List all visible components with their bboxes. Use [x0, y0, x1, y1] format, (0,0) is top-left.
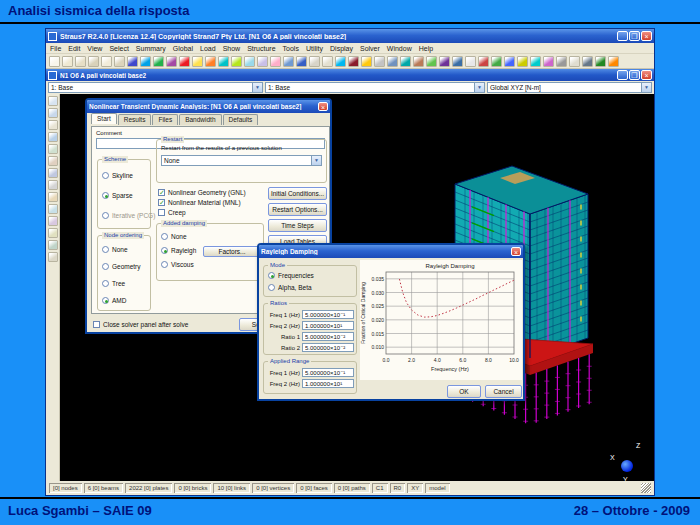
- ratio-1-field[interactable]: [302, 332, 354, 341]
- toolbar-icon[interactable]: [283, 56, 294, 67]
- toolbar-icon[interactable]: [543, 56, 554, 67]
- app-titlebar[interactable]: Straus7 R2.4.0 [Licenza 12.4] Copyright …: [46, 29, 654, 43]
- side-toolbar-icon[interactable]: [48, 180, 58, 190]
- toolbar-icon[interactable]: [478, 56, 489, 67]
- close-panel-check-row[interactable]: Close solver panel after solve: [93, 321, 188, 328]
- toolbar-icon[interactable]: [413, 56, 424, 67]
- side-toolbar-icon[interactable]: [48, 204, 58, 214]
- rayleigh-dialog-titlebar[interactable]: Rayleigh Damping ×: [259, 245, 523, 258]
- rayleigh-close-icon[interactable]: ×: [511, 247, 521, 256]
- toolbar-icon[interactable]: [231, 56, 242, 67]
- menu-select[interactable]: Select: [109, 45, 128, 52]
- radio-skyline[interactable]: Skyline: [102, 172, 133, 179]
- radio-icon[interactable]: [102, 212, 109, 219]
- menu-utility[interactable]: Utility: [306, 45, 323, 52]
- toolbar-icon[interactable]: [296, 56, 307, 67]
- side-toolbar-icon[interactable]: [48, 192, 58, 202]
- tab-bandwidth[interactable]: Bandwidth: [179, 114, 221, 125]
- toolbar-icon[interactable]: [49, 56, 60, 67]
- radio-icon[interactable]: [102, 192, 109, 199]
- toolbar-icon[interactable]: [114, 56, 125, 67]
- radio-icon[interactable]: [161, 247, 168, 254]
- toolbar-icon[interactable]: [75, 56, 86, 67]
- model-minimize-icon[interactable]: _: [617, 70, 628, 80]
- side-toolbar-icon[interactable]: [48, 252, 58, 262]
- side-toolbar-icon[interactable]: [48, 96, 58, 106]
- toolbar-icon[interactable]: [127, 56, 138, 67]
- toolbar-icon[interactable]: [582, 56, 593, 67]
- model-close-icon[interactable]: ×: [641, 70, 652, 80]
- toolbar-icon[interactable]: [504, 56, 515, 67]
- load-case-combo[interactable]: 1: Base ▼: [48, 82, 263, 93]
- menu-help[interactable]: Help: [419, 45, 433, 52]
- menu-structure[interactable]: Structure: [247, 45, 275, 52]
- tab-start[interactable]: Start: [91, 113, 117, 124]
- coord-system-combo[interactable]: Global XYZ [N-m] ▼: [487, 82, 652, 93]
- radio-iterative-pcg[interactable]: Iterative (PCG): [102, 212, 155, 219]
- tab-files[interactable]: Files: [152, 114, 178, 125]
- side-toolbar-icon[interactable]: [48, 144, 58, 154]
- model-restore-icon[interactable]: ❒: [629, 70, 640, 80]
- radio-icon[interactable]: [268, 284, 275, 291]
- toolbar-icon[interactable]: [595, 56, 606, 67]
- side-toolbar-icon[interactable]: [48, 120, 58, 130]
- menu-global[interactable]: Global: [173, 45, 193, 52]
- radio-icon[interactable]: [161, 233, 168, 240]
- restart-options-button[interactable]: Restart Options...: [268, 203, 327, 216]
- menu-window[interactable]: Window: [387, 45, 412, 52]
- side-toolbar-icon[interactable]: [48, 240, 58, 250]
- chevron-down-icon[interactable]: ▼: [311, 156, 321, 165]
- toolbar-icon[interactable]: [400, 56, 411, 67]
- restart-combo[interactable]: None ▼: [161, 155, 322, 166]
- toolbar-icon[interactable]: [309, 56, 320, 67]
- toolbar-icon[interactable]: [569, 56, 580, 67]
- resize-grip[interactable]: [641, 483, 651, 493]
- radio-rayleigh[interactable]: Rayleigh: [161, 247, 196, 254]
- radio-icon[interactable]: [102, 280, 109, 287]
- solver-close-icon[interactable]: ×: [318, 102, 328, 111]
- freedom-case-combo[interactable]: 1: Base ▼: [265, 82, 485, 93]
- tab-defaults[interactable]: Defaults: [223, 114, 259, 125]
- toolbar-icon[interactable]: [270, 56, 281, 67]
- toolbar-icon[interactable]: [140, 56, 151, 67]
- menu-display[interactable]: Display: [330, 45, 353, 52]
- checkbox-icon[interactable]: ✓: [158, 189, 165, 196]
- menu-edit[interactable]: Edit: [68, 45, 80, 52]
- radio-none[interactable]: None: [161, 233, 187, 240]
- radio-icon[interactable]: [161, 261, 168, 268]
- checkbox-icon[interactable]: ✓: [158, 199, 165, 206]
- radio-icon[interactable]: [268, 272, 275, 279]
- checkbox-icon[interactable]: [158, 209, 165, 216]
- toolbar-icon[interactable]: [361, 56, 372, 67]
- toolbar-icon[interactable]: [244, 56, 255, 67]
- menu-file[interactable]: File: [50, 45, 61, 52]
- menu-show[interactable]: Show: [223, 45, 241, 52]
- toolbar-icon[interactable]: [218, 56, 229, 67]
- toolbar-icon[interactable]: [179, 56, 190, 67]
- side-toolbar-icon[interactable]: [48, 228, 58, 238]
- radio-none[interactable]: None: [102, 246, 128, 253]
- toolbar-icon[interactable]: [452, 56, 463, 67]
- chevron-down-icon[interactable]: ▼: [252, 83, 262, 92]
- freq-1-hz-field[interactable]: [302, 368, 354, 377]
- radio-alpha-beta[interactable]: Alpha, Beta: [268, 284, 312, 291]
- toolbar-icon[interactable]: [439, 56, 450, 67]
- radio-viscous[interactable]: Viscous: [161, 261, 194, 268]
- tab-results[interactable]: Results: [118, 114, 152, 125]
- freq-2-hz-field[interactable]: [302, 321, 354, 330]
- toolbar-icon[interactable]: [556, 56, 567, 67]
- radio-sparse[interactable]: Sparse: [102, 192, 133, 199]
- ratio-2-field[interactable]: [302, 343, 354, 352]
- toolbar-icon[interactable]: [374, 56, 385, 67]
- toolbar-icon[interactable]: [166, 56, 177, 67]
- initial-conditions-button[interactable]: Initial Conditions...: [268, 187, 327, 200]
- toolbar-icon[interactable]: [608, 56, 619, 67]
- chevron-down-icon[interactable]: ▼: [641, 83, 651, 92]
- time-steps-button[interactable]: Time Steps: [268, 219, 327, 232]
- freq-2-hz-field[interactable]: [302, 379, 354, 388]
- toolbar-icon[interactable]: [335, 56, 346, 67]
- radio-amd[interactable]: AMD: [102, 297, 126, 304]
- model-window-titlebar[interactable]: N1 O6 A pali vincolati base2 _ ❒ ×: [46, 69, 654, 81]
- toolbar-icon[interactable]: [465, 56, 476, 67]
- toolbar-icon[interactable]: [530, 56, 541, 67]
